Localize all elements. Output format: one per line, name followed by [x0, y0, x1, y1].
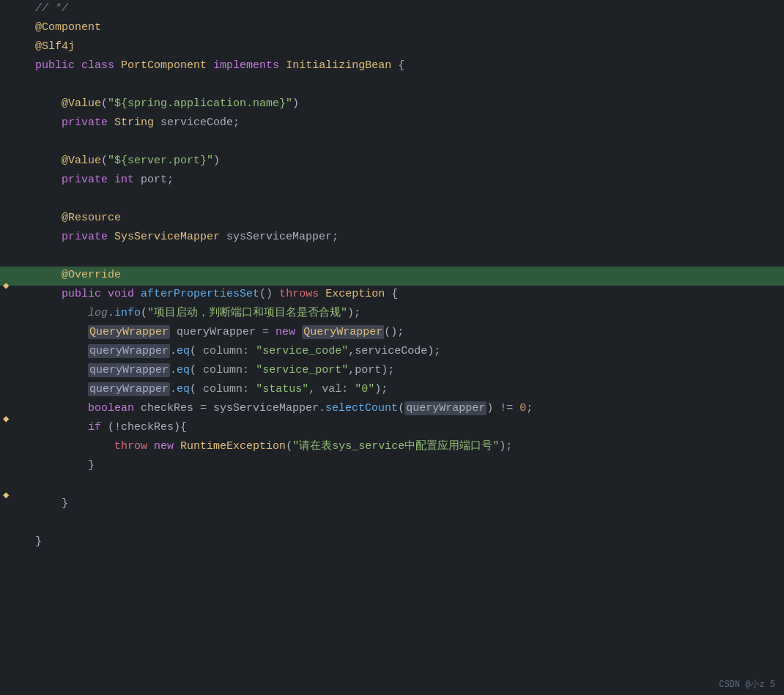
code-line: @Slf4j	[0, 38, 784, 57]
code-line: log.info("项目启动，判断端口和项目名是否合规");	[0, 305, 784, 324]
line-content: boolean checkRes = sysServiceMapper.sele…	[29, 400, 784, 417]
code-line: private int port;	[0, 171, 784, 190]
bottom-bar: CSDN @小z 5	[710, 675, 784, 695]
breakpoint-icon: ◆	[3, 411, 9, 427]
code-line: queryWrapper.eq( column: "service_port",…	[0, 362, 784, 381]
line-content: }	[29, 533, 784, 551]
bottom-bar-text: CSDN @小z 5	[719, 680, 775, 690]
line-content: if (!checkRes){	[29, 419, 784, 436]
line-content	[29, 248, 784, 265]
code-line: // */	[0, 0, 784, 19]
line-content	[29, 514, 784, 532]
code-line	[0, 476, 784, 495]
line-content: private String serviceCode;	[29, 114, 784, 132]
code-line	[0, 190, 784, 209]
breakpoint-icon: ◆	[3, 278, 9, 294]
code-line: QueryWrapper queryWrapper = new QueryWra…	[0, 324, 784, 343]
code-line: }	[0, 533, 784, 552]
line-content: @Resource	[29, 209, 784, 227]
line-content: queryWrapper.eq( column: "service_code",…	[29, 343, 784, 360]
line-content: throw new RuntimeException("请在表sys_servi…	[29, 438, 784, 456]
code-editor: // */ @Component @Slf4j public class Por…	[0, 0, 784, 695]
code-line: public class PortComponent implements In…	[0, 57, 784, 76]
code-line	[0, 76, 784, 95]
line-content: @Value("${spring.application.name}")	[29, 95, 784, 113]
line-content: private SysServiceMapper sysServiceMappe…	[29, 228, 784, 246]
code-line: }	[0, 457, 784, 476]
line-content: queryWrapper.eq( column: "service_port",…	[29, 362, 784, 379]
code-line: @Value("${spring.application.name}")	[0, 95, 784, 114]
code-line: @Component	[0, 19, 784, 38]
code-line: boolean checkRes = sysServiceMapper.sele…	[0, 400, 784, 419]
line-content: private int port;	[29, 171, 784, 189]
code-line	[0, 248, 784, 267]
code-line: ◆ public void afterPropertiesSet() throw…	[0, 286, 784, 305]
code-line: queryWrapper.eq( column: "status", val: …	[0, 381, 784, 400]
line-content	[29, 476, 784, 494]
line-content: }	[29, 457, 784, 475]
line-content	[29, 76, 784, 94]
code-line	[0, 514, 784, 533]
line-content: QueryWrapper queryWrapper = new QueryWra…	[29, 324, 784, 341]
code-line: @Override	[0, 267, 784, 286]
line-content: public class PortComponent implements In…	[29, 57, 784, 75]
code-line: private String serviceCode;	[0, 114, 784, 133]
breakpoint-icon: ◆	[3, 487, 9, 503]
line-content: log.info("项目启动，判断端口和项目名是否合规");	[29, 305, 784, 322]
line-content	[29, 133, 784, 151]
code-line: ◆ if (!checkRes){	[0, 419, 784, 438]
line-content: // */	[29, 0, 784, 18]
code-line: throw new RuntimeException("请在表sys_servi…	[0, 438, 784, 457]
line-content: @Component	[29, 19, 784, 37]
line-content	[29, 190, 784, 208]
line-content: }	[29, 495, 784, 513]
line-content: queryWrapper.eq( column: "status", val: …	[29, 381, 784, 398]
line-content: @Slf4j	[29, 38, 784, 56]
code-line	[0, 133, 784, 152]
code-line: @Resource	[0, 209, 784, 228]
line-content: public void afterPropertiesSet() throws …	[29, 286, 784, 303]
code-line: private SysServiceMapper sysServiceMappe…	[0, 228, 784, 248]
line-content: @Override	[29, 267, 784, 284]
code-line: queryWrapper.eq( column: "service_code",…	[0, 343, 784, 362]
code-line: @Value("${server.port}")	[0, 152, 784, 171]
code-line: ◆ }	[0, 495, 784, 514]
line-content: @Value("${server.port}")	[29, 152, 784, 170]
